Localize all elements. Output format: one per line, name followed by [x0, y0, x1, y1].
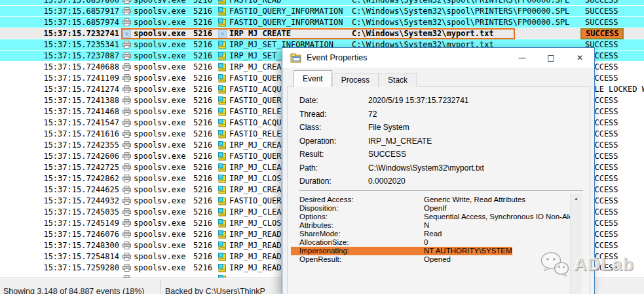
cell-operation: FASTIO_QUERY: [229, 73, 286, 83]
detail-scrollbar[interactable]: ▲: [570, 194, 582, 294]
detail-value: Generic Write, Read Attributes: [424, 196, 525, 203]
cell-path: C:\Windows\System32\spool\PRINTERS\FP000…: [352, 6, 569, 16]
detail-row-highlighted[interactable]: Impersonating:NT AUTHORITY\SYSTEM: [291, 247, 512, 255]
printer-icon: [123, 230, 131, 241]
printer-icon: [123, 52, 131, 62]
dialog-titlebar[interactable]: Event Properties — □ ✕: [282, 48, 594, 68]
cell-path: C:\Windows\System32\spool\PRINTERS\FP000…: [352, 17, 569, 28]
detail-row[interactable]: Disposition:OpenIf: [299, 204, 581, 213]
field-value: 72: [368, 110, 377, 119]
cell-time-of-day: 15:37:15.7241109: [0, 73, 119, 83]
cell-operation: FASTIO_RELEA: [229, 129, 286, 139]
detail-value: Opened: [424, 255, 451, 263]
cell-pid: 5216: [189, 73, 212, 83]
cell-time-of-day: 15:37:15.7244625: [0, 184, 119, 195]
printer-icon: [123, 186, 131, 196]
field-value: 0.0002020: [368, 177, 406, 186]
detail-row[interactable]: Options:Sequential Access, Synchronous I…: [299, 213, 581, 221]
detail-row[interactable]: AllocationSize:0: [299, 238, 581, 247]
cell-pid: 5216: [189, 17, 212, 28]
detail-label: AllocationSize:: [299, 238, 424, 247]
detail-row[interactable]: OpenResult:Opened: [299, 255, 581, 264]
detail-label: OpenResult:: [299, 255, 424, 264]
detail-label: ShareMode:: [299, 230, 424, 238]
detail-value: NT AUTHORITY\SYSTEM: [424, 247, 512, 255]
cell-time-of-day: 15:37:15.7241468: [0, 106, 119, 117]
window-controls: — □ ✕: [508, 48, 594, 68]
cell-pid: 5216: [189, 117, 212, 128]
cell-operation: IRP_MJ_READ: [229, 229, 281, 240]
cell-operation: IRP_MJ_CLOSE: [229, 218, 286, 228]
cell-time-of-day: 15:37:15.7241547: [0, 117, 119, 128]
printer-icon: [123, 74, 131, 85]
close-button[interactable]: ✕: [565, 48, 594, 68]
table-row[interactable]: 15:37:15.6857800spoolsv.exe5216FASTIO_RE…: [0, 0, 644, 6]
event-detail-list: Desired Access:Generic Write, Read Attri…: [299, 196, 581, 264]
cell-operation: FASTIO_ACQUI: [229, 84, 286, 94]
event-field: Operation:IRP_MJ_CREATE: [299, 135, 484, 148]
status-divider: [161, 280, 161, 294]
cell-pid: 5216: [189, 51, 212, 61]
cell-process-name: spoolsv.exe: [134, 117, 185, 128]
cell-result: SUCCESS: [580, 28, 624, 39]
cell-time-of-day: 15:37:15.7242725: [0, 162, 119, 173]
detail-value: Read: [424, 230, 442, 238]
cell-process-name: spoolsv.exe: [134, 184, 185, 195]
cell-time-of-day: 15:37:15.7237087: [0, 51, 119, 61]
table-row[interactable]: 15:37:15.6857974spoolsv.exe5216FASTIO_QU…: [0, 17, 644, 28]
cell-time-of-day: 15:37:15.6857974: [0, 17, 119, 28]
printer-icon: [123, 108, 131, 118]
cell-pid: 5216: [189, 262, 212, 273]
cell-operation: IRP_MJ_CLOSE: [229, 173, 286, 184]
cell-result: SUCCESS: [585, 0, 618, 5]
minimize-button[interactable]: —: [508, 48, 537, 68]
cell-process-name: spoolsv.exe: [134, 218, 185, 228]
cell-pid: 5216: [189, 240, 212, 251]
cell-time-of-day: 15:37:15.7241274: [0, 84, 119, 94]
cell-process-name: spoolsv.exe: [134, 95, 185, 106]
event-field: Duration:0.0002020: [299, 175, 484, 188]
cell-result: SUCCESS: [585, 17, 618, 28]
tab-process[interactable]: Process: [332, 73, 379, 87]
cell-process-name: spoolsv.exe: [134, 17, 185, 28]
cell-operation: FASTIO_QUERY_INFORMATION: [229, 6, 343, 16]
detail-row[interactable]: ShareMode:Read: [299, 230, 581, 238]
cell-time-of-day: 15:37:15.7242606: [0, 151, 119, 161]
cell-time-of-day: 15:37:15.7254814: [0, 251, 119, 262]
cell-operation: FASTIO_QUERY: [229, 196, 286, 206]
printer-icon: [123, 264, 131, 274]
cell-process-name: spoolsv.exe: [134, 28, 185, 39]
cell-time-of-day: 15:37:15.7241388: [0, 95, 119, 106]
detail-row[interactable]: Attributes:N: [299, 221, 581, 230]
printer-icon: [123, 253, 131, 263]
cell-time-of-day: 15:37:15.7241616: [0, 129, 119, 139]
cell-process-name: spoolsv.exe: [134, 129, 185, 139]
cell-process-name: spoolsv.exe: [134, 173, 185, 184]
detail-label: Attributes:: [299, 221, 424, 230]
cell-time-of-day: 15:37:15.7248300: [0, 240, 119, 251]
cell-pid: 5216: [189, 196, 212, 206]
cell-process-name: spoolsv.exe: [134, 73, 185, 83]
field-value: IRP_MJ_CREATE: [368, 136, 432, 146]
table-row[interactable]: 15:37:15.7232741spoolsv.exe5216IRP MJ CR…: [0, 28, 644, 39]
cell-time-of-day: 15:37:15.7240688: [0, 62, 119, 72]
table-row[interactable]: 15:37:15.6857917spoolsv.exe5216FASTIO_QU…: [0, 6, 644, 17]
tab-stack[interactable]: Stack: [379, 73, 417, 87]
field-value: C:\Windows\System32\myport.txt: [368, 163, 484, 173]
maximize-button[interactable]: □: [537, 48, 565, 68]
cell-operation: FASTIO_RELEA: [229, 106, 286, 117]
cell-pid: 5216: [189, 251, 212, 262]
field-label: Date:: [299, 94, 368, 107]
printer-icon: [123, 7, 131, 18]
cell-pid: 5216: [189, 39, 212, 50]
cell-process-name: spoolsv.exe: [134, 39, 185, 50]
printer-icon: [123, 18, 131, 29]
tab-event[interactable]: Event: [294, 70, 332, 87]
detail-label: Desired Access:: [299, 196, 424, 204]
detail-row[interactable]: Desired Access:Generic Write, Read Attri…: [299, 196, 581, 204]
cell-process-name: spoolsv.exe: [134, 84, 185, 94]
cell-operation: FASTIO_ACQUI: [229, 117, 286, 128]
event-field: Thread:72: [299, 108, 484, 121]
cell-process-name: spoolsv.exe: [134, 151, 185, 161]
scroll-up-arrow[interactable]: ▲: [571, 194, 582, 204]
